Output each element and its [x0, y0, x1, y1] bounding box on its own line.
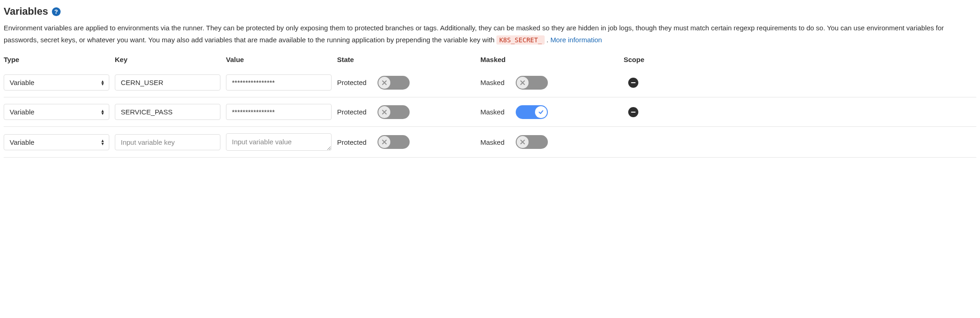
x-icon: [382, 80, 387, 85]
masked-label: Masked: [480, 108, 505, 116]
type-select[interactable]: Variable: [4, 104, 109, 120]
state-cell: Protected: [337, 105, 475, 119]
key-input[interactable]: [115, 134, 220, 150]
state-cell: Protected: [337, 76, 475, 90]
more-information-link[interactable]: More information: [550, 36, 602, 44]
type-select[interactable]: Variable: [4, 134, 109, 150]
table-row: Variable ▲▼ Protected Masked: [4, 68, 976, 97]
masked-toggle[interactable]: [516, 105, 548, 119]
state-label: Protected: [337, 108, 366, 116]
col-header-type: Type: [4, 56, 109, 63]
key-input[interactable]: [115, 74, 220, 91]
remove-button[interactable]: [628, 78, 638, 88]
minus-icon: [631, 110, 636, 114]
description-text: Environment variables are applied to env…: [4, 24, 944, 44]
x-icon: [382, 139, 387, 145]
type-select-wrap: Variable ▲▼: [4, 134, 109, 150]
value-input[interactable]: [226, 74, 332, 91]
value-input[interactable]: [226, 104, 332, 120]
col-header-state: State: [337, 56, 475, 63]
value-input[interactable]: [226, 133, 332, 151]
help-icon[interactable]: ?: [52, 7, 61, 16]
x-icon: [520, 139, 525, 145]
variables-table: Type Key Value State Masked Scope Variab…: [4, 52, 976, 158]
section-title: Variables ?: [4, 6, 976, 17]
masked-toggle[interactable]: [516, 76, 548, 90]
type-select[interactable]: Variable: [4, 74, 109, 91]
masked-cell: Masked: [480, 135, 618, 149]
k8s-secret-code: K8S_SECRET_: [496, 35, 545, 45]
state-label: Protected: [337, 79, 366, 86]
table-row: Variable ▲▼ Protected Masked: [4, 127, 976, 158]
state-label: Protected: [337, 138, 366, 146]
type-select-wrap: Variable ▲▼: [4, 74, 109, 91]
x-icon: [382, 109, 387, 115]
col-header-key: Key: [115, 56, 220, 63]
table-header: Type Key Value State Masked Scope: [4, 52, 976, 68]
masked-toggle[interactable]: [516, 135, 548, 149]
protected-toggle[interactable]: [377, 135, 410, 149]
masked-label: Masked: [480, 79, 505, 86]
check-icon: [538, 109, 544, 115]
section-title-text: Variables: [4, 6, 48, 17]
masked-label: Masked: [480, 138, 505, 146]
masked-cell: Masked: [480, 76, 618, 90]
state-cell: Protected: [337, 135, 475, 149]
scope-cell: [624, 78, 679, 88]
col-header-masked: Masked: [480, 56, 618, 63]
minus-icon: [631, 80, 636, 85]
protected-toggle[interactable]: [377, 76, 410, 90]
type-select-wrap: Variable ▲▼: [4, 104, 109, 120]
x-icon: [520, 80, 525, 85]
section-description: Environment variables are applied to env…: [4, 22, 976, 45]
col-header-value: Value: [226, 56, 332, 63]
col-header-scope: Scope: [624, 56, 679, 63]
masked-cell: Masked: [480, 105, 618, 119]
scope-cell: [624, 137, 679, 147]
scope-cell: [624, 107, 679, 117]
description-period: .: [546, 36, 548, 44]
key-input[interactable]: [115, 104, 220, 120]
remove-button[interactable]: [628, 107, 638, 117]
table-row: Variable ▲▼ Protected Masked: [4, 97, 976, 127]
protected-toggle[interactable]: [377, 105, 410, 119]
